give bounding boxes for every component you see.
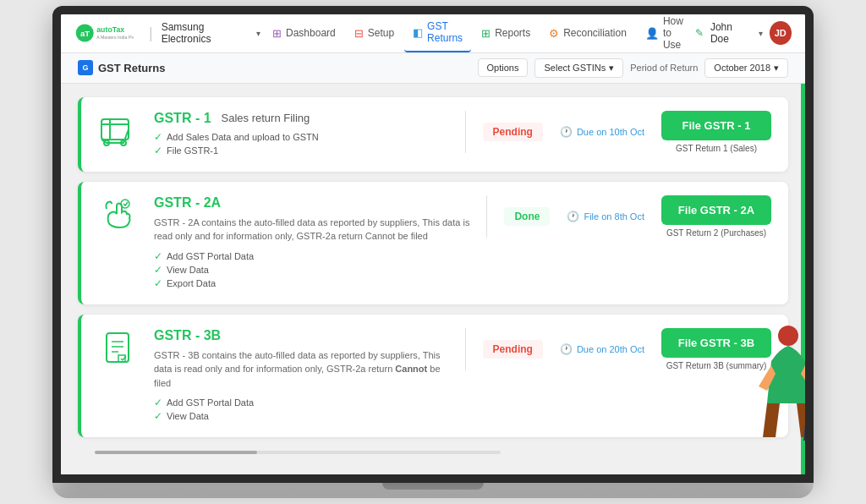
period-selector-button[interactable]: October 2018 ▾	[704, 58, 788, 78]
howto-icon: 👤	[645, 27, 659, 40]
gstr2a-due-text: File on 8th Oct	[584, 211, 644, 222]
options-button[interactable]: Options	[478, 58, 529, 77]
period-of-return-label: Period of Return	[630, 63, 698, 73]
subheader-controls: Options Select GSTINs ▾ Period of Return…	[478, 58, 788, 78]
gstr1-btn-sublabel: GST Return 1 (Sales)	[676, 144, 757, 153]
gst-small-icon: G	[78, 60, 93, 75]
list-item: ✓ Add Sales Data and upload to GSTN	[154, 131, 452, 143]
nav-item-reconciliation[interactable]: ⚙ Reconciliation	[540, 14, 635, 52]
gstr1-file-btn-wrapper: File GSTR - 1 GST Return 1 (Sales)	[661, 111, 771, 153]
file-gstr3b-button[interactable]: File GSTR - 3B	[661, 328, 771, 358]
gstr1-due-date: 🕐 Due on 10th Oct	[560, 126, 644, 138]
gstr3b-btn-sublabel: GST Return 3B (summary)	[666, 361, 767, 370]
scrollbar-track	[95, 451, 501, 454]
list-item: ✓ Add GST Portal Data	[154, 250, 473, 262]
scrollbar-thumb[interactable]	[95, 451, 257, 454]
gstr1-body: GSTR - 1 Sales return Filing ✓ Add Sales…	[154, 111, 452, 158]
gstr3b-title-row: GSTR - 3B	[154, 328, 452, 343]
gstr1-subtitle: Sales return Filing	[222, 112, 310, 124]
clock-icon: 🕐	[560, 126, 573, 138]
dashboard-icon: ⊞	[272, 27, 282, 40]
gstr1-title-row: GSTR - 1 Sales return Filing	[154, 111, 452, 126]
reconciliation-icon: ⚙	[549, 27, 559, 40]
gstr3b-due-text: Due on 20th Oct	[577, 344, 644, 354]
check-icon: ✓	[154, 410, 162, 422]
gstr1-checklist: ✓ Add Sales Data and upload to GSTN ✓ Fi…	[154, 131, 452, 156]
gstr1-due-text: Due on 10th Oct	[577, 127, 644, 137]
svg-point-9	[121, 200, 129, 208]
autotax-logo: aT autoTax A Masters India Product	[74, 19, 134, 47]
file-gstr2a-button[interactable]: File GSTR - 2A	[661, 195, 771, 225]
man-figure	[797, 331, 814, 457]
period-chevron-icon: ▾	[774, 63, 779, 74]
list-item: ✓ View Data	[154, 264, 473, 276]
checklist-item-1: View Data	[167, 411, 209, 421]
gstr2a-file-btn-wrapper: File GSTR - 2A GST Return 2 (Purchases)	[661, 195, 771, 238]
user-chevron-icon: ▾	[759, 29, 763, 38]
gstr1-card: GSTR - 1 Sales return Filing ✓ Add Sales…	[78, 97, 788, 172]
gstr3b-icon	[98, 328, 140, 370]
avatar-initials: JD	[775, 28, 787, 38]
check-icon: ✓	[154, 131, 162, 143]
period-value-label: October 2018	[714, 63, 770, 73]
list-item: ✓ View Data	[154, 410, 452, 422]
checklist-item-2: Export Data	[167, 278, 216, 288]
nav-label-howto: How to Use	[663, 15, 683, 51]
gstr3b-description: GSTR - 3B contains the auto-filled data …	[154, 348, 452, 391]
clock-icon: 🕐	[567, 211, 579, 222]
checklist-item-0: Add Sales Data and upload to GSTN	[167, 132, 319, 142]
gstr1-status-area: Pending 🕐 Due on 10th Oct File GSTR - 1 …	[465, 111, 771, 153]
file-gstr1-button[interactable]: File GSTR - 1	[661, 111, 771, 140]
gstr1-status-badge: Pending	[483, 123, 543, 141]
nav-item-reports[interactable]: ⊞ Reports	[473, 14, 539, 52]
user-name-label: John Doe	[710, 21, 752, 45]
gstr2a-btn-sublabel: GST Return 2 (Purchases)	[666, 228, 766, 238]
check-icon: ✓	[154, 145, 162, 156]
nav-item-dashboard[interactable]: ⊞ Dashboard	[264, 14, 344, 52]
laptop-base	[52, 483, 814, 498]
svg-text:aT: aT	[80, 29, 90, 38]
nav-item-howto[interactable]: 👤 How to Use	[637, 14, 692, 52]
company-name-label: Samsung Electronics	[162, 21, 253, 45]
brand-area: aT autoTax A Masters India Product	[74, 19, 134, 47]
laptop-container: aT autoTax A Masters India Product | Sam…	[52, 6, 814, 499]
gstr2a-title-row: GSTR - 2A	[154, 195, 473, 211]
select-gstins-chevron-icon: ▾	[609, 63, 614, 74]
checklist-item-0: Add GST Portal Data	[167, 251, 254, 261]
right-green-line	[801, 84, 805, 475]
gstr3b-due-date: 🕐 Due on 20th Oct	[560, 343, 644, 355]
nav-item-setup[interactable]: ⊟ Setup	[346, 14, 403, 52]
user-avatar[interactable]: JD	[770, 21, 792, 45]
gstr3b-status-badge: Pending	[483, 340, 543, 359]
pencil-icon: ✎	[695, 27, 704, 39]
gstr2a-title: GSTR - 2A	[154, 195, 221, 211]
gstr2a-icon	[98, 195, 140, 238]
content-area: GSTR - 1 Sales return Filing ✓ Add Sales…	[61, 84, 805, 475]
gstr2a-status-badge: Done	[504, 207, 550, 226]
gstr2a-body: GSTR - 2A GSTR - 2A contains the auto-fi…	[154, 195, 473, 291]
gstr2a-checklist: ✓ Add GST Portal Data ✓ View Data ✓ Expo…	[154, 250, 473, 289]
select-gstins-button[interactable]: Select GSTINs ▾	[534, 58, 623, 78]
gstr2a-card: GSTR - 2A GSTR - 2A contains the auto-fi…	[78, 182, 788, 304]
gstr3b-body: GSTR - 3B GSTR - 3B contains the auto-fi…	[154, 328, 452, 425]
list-item: ✓ Export Data	[154, 277, 473, 289]
gstr2a-description: GSTR - 2A contains the auto-filled data …	[154, 216, 473, 244]
gstr2a-status-area: Done 🕐 File on 8th Oct File GSTR - 2A GS…	[486, 195, 771, 238]
gst-returns-icon: ◧	[413, 26, 423, 39]
brand-divider: |	[149, 25, 153, 42]
subheader-title-text: GST Returns	[98, 62, 165, 74]
scrollbar-area	[78, 447, 788, 461]
checklist-item-1: File GSTR-1	[167, 145, 218, 156]
list-item: ✓ Add GST Portal Data	[154, 397, 452, 408]
nav-label-reconciliation: Reconciliation	[563, 27, 627, 39]
list-item: ✓ File GSTR-1	[154, 145, 452, 156]
company-selector[interactable]: Samsung Electronics ▾	[162, 21, 260, 45]
setup-icon: ⊟	[354, 27, 364, 40]
options-label: Options	[487, 63, 519, 73]
laptop-screen: aT autoTax A Masters India Product | Sam…	[52, 6, 814, 484]
check-icon: ✓	[154, 277, 162, 289]
nav-item-gst-returns[interactable]: ◧ GST Returns	[404, 14, 471, 52]
svg-text:autoTax: autoTax	[96, 25, 124, 34]
nav-right: ✎ John Doe ▾ JD	[695, 21, 792, 45]
select-gstins-label: Select GSTINs	[544, 63, 606, 73]
